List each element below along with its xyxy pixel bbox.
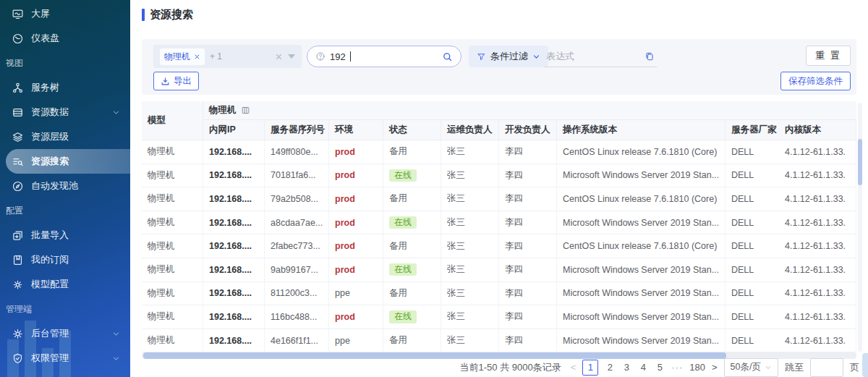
page-number-5[interactable]: 5 xyxy=(655,362,665,373)
page-number-3[interactable]: 3 xyxy=(621,362,631,373)
status-badge: 在线 xyxy=(389,216,417,229)
cell-kernel-version: 4.1.12-61.1.33. xyxy=(779,258,856,282)
resource-table: 模型物理机内网IP服务器序列号环境状态运维负责人开发负责人操作系统版本服务器厂家… xyxy=(142,101,856,353)
prev-page-button[interactable]: < xyxy=(571,362,576,373)
cell-serial: 811200c3... xyxy=(265,282,329,306)
sidebar-item-后台管理[interactable]: 后台管理 xyxy=(0,321,130,346)
condition-filter-button[interactable]: 条件过滤 xyxy=(469,46,548,67)
cell-intranet-ip: 192.168.... xyxy=(203,305,265,329)
cell-status: 备用 xyxy=(383,282,441,306)
cell-os-version: CentOS Linux release 7.6.1810 (Core) xyxy=(557,234,726,258)
cell-env: ppe xyxy=(329,282,383,306)
sidebar-item-资源搜索[interactable]: 资源搜索 xyxy=(6,149,130,174)
sidebar-menu: 大屏仪表盘视图服务树资源数据资源层级资源搜索自动发现池配置批量导入我的订阅模型配… xyxy=(0,1,130,370)
search-list-icon xyxy=(12,156,24,168)
cell-kernel-version: 4.1.12-61.1.33. xyxy=(779,211,856,235)
cell-intranet-ip: 192.168.... xyxy=(203,329,265,353)
sidebar-item-仪表盘[interactable]: 仪表盘 xyxy=(0,26,130,51)
search-icon[interactable] xyxy=(442,51,453,62)
status-badge: 在线 xyxy=(389,263,417,276)
cell-os-version: CentOS Linux release 7.6.1810 (Core) xyxy=(557,140,726,164)
sidebar-item-label: 批量导入 xyxy=(31,229,69,242)
cell-dev-owner: 李四 xyxy=(499,187,557,211)
sidebar-item-批量导入[interactable]: 批量导入 xyxy=(0,223,130,247)
cell-kernel-version: 4.1.12-61.1.33. xyxy=(779,329,856,353)
page-number-list: 12345···180 xyxy=(582,360,705,376)
column-header: 操作系统版本 xyxy=(557,120,726,140)
cell-ops-owner: 张三 xyxy=(441,258,499,282)
sidebar-item-资源数据[interactable]: 资源数据 xyxy=(0,100,130,124)
cell-model: 物理机 xyxy=(142,140,203,164)
cell-os-version: CentOS Linux release 7.6.1810 (Core) xyxy=(557,187,726,211)
chevron-down-icon xyxy=(112,355,120,363)
expression-copy-icon[interactable] xyxy=(644,51,655,62)
tree-icon xyxy=(12,82,24,94)
cell-model: 物理机 xyxy=(142,211,203,235)
page-number-4[interactable]: 4 xyxy=(638,362,648,373)
cell-model: 物理机 xyxy=(142,258,203,282)
page-number-1[interactable]: 1 xyxy=(582,360,598,376)
sidebar-item-我的订阅[interactable]: 我的订阅 xyxy=(0,247,130,272)
cell-ops-owner: 张三 xyxy=(441,329,499,353)
cell-kernel-version: 4.1.12-61.1.33. xyxy=(779,234,856,258)
column-settings-icon[interactable] xyxy=(241,106,250,115)
export-label: 导出 xyxy=(174,75,192,88)
shield-icon xyxy=(12,352,24,365)
sidebar-item-label: 资源数据 xyxy=(31,106,69,119)
layers-icon xyxy=(12,131,24,143)
cell-os-version: Microsoft Windows Server 2019 Stan... xyxy=(557,305,726,329)
database-icon xyxy=(12,106,24,119)
model-select[interactable]: 物理机 + 1 xyxy=(153,45,302,68)
cell-model: 物理机 xyxy=(142,329,203,353)
vertical-scrollbar-thumb[interactable] xyxy=(858,139,862,185)
cell-env: ppe xyxy=(329,329,383,353)
sidebar-item-模型配置[interactable]: 模型配置 xyxy=(0,272,130,297)
gauge-icon xyxy=(12,33,24,45)
page-number-180[interactable]: 180 xyxy=(689,362,705,373)
cell-vendor: DELL xyxy=(726,211,779,235)
gear-icon xyxy=(12,328,24,340)
column-header: 服务器序列号 xyxy=(265,120,329,140)
cell-dev-owner: 李四 xyxy=(499,258,557,282)
page-number-2[interactable]: 2 xyxy=(605,362,615,373)
save-filter-button[interactable]: 保存筛选条件 xyxy=(780,72,851,90)
expression-input[interactable]: 表达式 xyxy=(544,46,657,67)
sidebar-item-大屏[interactable]: 大屏 xyxy=(0,1,130,26)
sidebar-item-资源层级[interactable]: 资源层级 xyxy=(0,124,130,149)
select-clear-icon[interactable] xyxy=(275,53,283,61)
cell-kernel-version: 4.1.12-61.1.33. xyxy=(779,164,856,188)
page-size-select[interactable]: 50条/页 xyxy=(724,358,778,377)
cell-serial: 70181fa6... xyxy=(265,164,329,188)
cell-dev-owner: 李四 xyxy=(499,211,557,235)
column-header: 内核版本 xyxy=(779,120,856,140)
cell-kernel-version: 4.1.12-61.1.33. xyxy=(779,187,856,211)
import-icon xyxy=(12,229,24,242)
cell-model: 物理机 xyxy=(142,164,203,188)
search-input[interactable]: 192 xyxy=(307,46,461,67)
column-header: 服务器厂家 xyxy=(726,120,779,140)
search-value: 192 xyxy=(330,51,346,62)
next-page-button[interactable]: > xyxy=(712,362,718,373)
jump-page-input[interactable] xyxy=(810,358,843,377)
download-icon xyxy=(161,77,170,86)
export-button[interactable]: 导出 xyxy=(153,72,199,90)
cell-dev-owner: 李四 xyxy=(499,140,557,164)
sidebar-item-服务树[interactable]: 服务树 xyxy=(0,75,130,100)
cell-status: 备用 xyxy=(383,187,441,211)
cell-serial: 2fabec773... xyxy=(265,234,329,258)
cell-intranet-ip: 192.168.... xyxy=(203,211,265,235)
cell-serial: 79a2b508... xyxy=(265,187,329,211)
title-accent-bar xyxy=(142,9,145,21)
cell-intranet-ip: 192.168.... xyxy=(203,282,265,306)
cell-kernel-version: 4.1.12-61.1.33. xyxy=(779,305,856,329)
cell-ops-owner: 张三 xyxy=(441,211,499,235)
sidebar-section-label: 视图 xyxy=(0,51,130,75)
sidebar-item-自动发现池[interactable]: 自动发现池 xyxy=(0,174,130,198)
column-header: 运维负责人 xyxy=(441,120,499,140)
sidebar-item-权限管理[interactable]: 权限管理 xyxy=(0,346,130,370)
page-scrollbar[interactable] xyxy=(862,353,868,377)
reset-button[interactable]: 重 置 xyxy=(806,46,851,66)
tag-remove-icon[interactable] xyxy=(194,54,200,60)
cell-status: 备用 xyxy=(383,140,441,164)
cell-serial: 149ff080e... xyxy=(265,140,329,164)
